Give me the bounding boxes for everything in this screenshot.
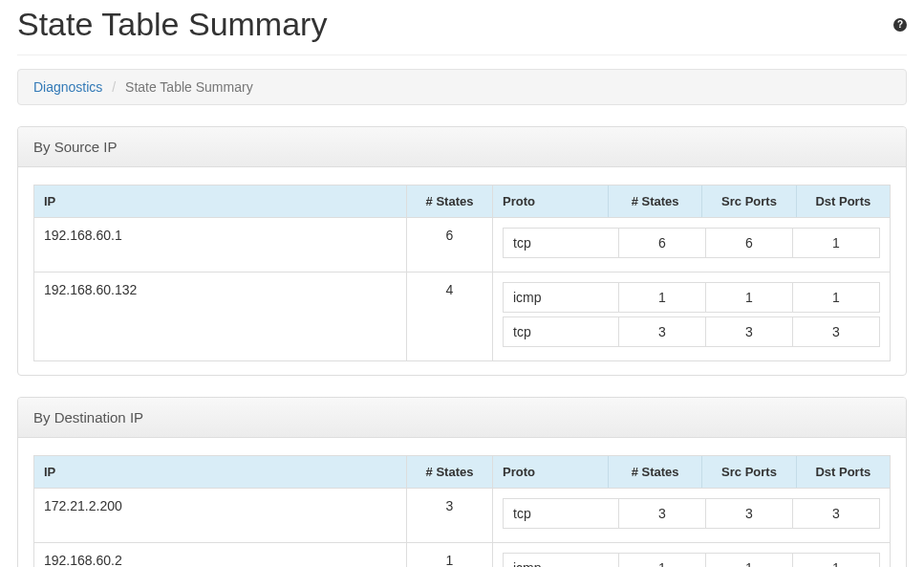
col-ip: IP [34, 185, 407, 218]
proto-dst-ports: 3 [792, 317, 879, 346]
table-row: 192.168.60.2 1 icmp 1 1 1 [34, 543, 891, 568]
cell-proto-group: tcp 6 6 1 [493, 218, 891, 273]
breadcrumb: Diagnostics / State Table Summary [17, 69, 907, 105]
proto-src-ports: 1 [705, 554, 792, 567]
panel-by-destination-ip: By Destination IP IP # States Proto # St… [17, 397, 907, 567]
breadcrumb-current: State Table Summary [125, 79, 253, 95]
proto-dst-ports: 1 [792, 283, 879, 312]
proto-name: icmp [504, 554, 618, 567]
cell-ip: 192.168.60.1 [34, 218, 407, 273]
col-dst-ports: Dst Ports [796, 185, 890, 217]
source-table: IP # States Proto # States Src Ports Dst… [33, 185, 891, 361]
proto-src-ports: 3 [705, 499, 792, 528]
page-header: State Table Summary ? [17, 0, 907, 55]
proto-name: icmp [504, 283, 618, 312]
cell-proto-group: icmp 1 1 1 [493, 543, 891, 568]
proto-states: 3 [618, 499, 705, 528]
proto-src-ports: 3 [705, 317, 792, 346]
proto-dst-ports: 1 [792, 554, 879, 567]
proto-name: tcp [504, 229, 618, 257]
cell-ip: 192.168.60.2 [34, 543, 407, 568]
proto-row: tcp 6 6 1 [503, 228, 880, 258]
col-states: # States [407, 185, 493, 218]
breadcrumb-root-link[interactable]: Diagnostics [33, 79, 102, 95]
proto-row: tcp 3 3 3 [503, 316, 880, 347]
proto-states: 3 [618, 317, 705, 346]
cell-ip: 192.168.60.132 [34, 273, 407, 361]
col-proto-states: # States [608, 456, 701, 488]
proto-states: 1 [618, 554, 705, 567]
proto-name: tcp [504, 499, 618, 528]
col-states: # States [407, 456, 493, 489]
cell-states: 6 [407, 218, 493, 273]
destination-table: IP # States Proto # States Src Ports Dst… [33, 455, 891, 567]
cell-proto-group: tcp 3 3 3 [493, 489, 891, 543]
table-header-row: IP # States Proto # States Src Ports Dst… [34, 456, 891, 489]
col-proto-states: # States [608, 185, 701, 217]
table-header-row: IP # States Proto # States Src Ports Dst… [34, 185, 891, 218]
help-icon[interactable]: ? [893, 18, 907, 32]
proto-dst-ports: 1 [792, 229, 879, 257]
proto-row: icmp 1 1 1 [503, 282, 880, 313]
page-title: State Table Summary [17, 6, 327, 43]
cell-ip: 172.21.2.200 [34, 489, 407, 543]
table-row: 192.168.60.132 4 icmp 1 1 1 tcp 3 3 [34, 273, 891, 361]
panel-heading: By Source IP [18, 127, 906, 167]
col-proto: Proto [493, 456, 608, 488]
proto-row: icmp 1 1 1 [503, 553, 880, 567]
panel-heading: By Destination IP [18, 398, 906, 438]
panel-body: IP # States Proto # States Src Ports Dst… [18, 167, 906, 375]
col-src-ports: Src Ports [701, 185, 795, 217]
panel-by-source-ip: By Source IP IP # States Proto # States … [17, 126, 907, 376]
proto-src-ports: 1 [705, 283, 792, 312]
proto-states: 1 [618, 283, 705, 312]
col-proto-group: Proto # States Src Ports Dst Ports [493, 456, 891, 489]
cell-states: 1 [407, 543, 493, 568]
col-dst-ports: Dst Ports [796, 456, 890, 488]
cell-states: 3 [407, 489, 493, 543]
proto-dst-ports: 3 [792, 499, 879, 528]
panel-body: IP # States Proto # States Src Ports Dst… [18, 438, 906, 567]
col-ip: IP [34, 456, 407, 489]
table-row: 192.168.60.1 6 tcp 6 6 1 [34, 218, 891, 273]
proto-src-ports: 6 [705, 229, 792, 257]
proto-states: 6 [618, 229, 705, 257]
table-row: 172.21.2.200 3 tcp 3 3 3 [34, 489, 891, 543]
proto-row: tcp 3 3 3 [503, 498, 880, 529]
col-src-ports: Src Ports [701, 456, 795, 488]
col-proto: Proto [493, 185, 608, 217]
proto-name: tcp [504, 317, 618, 346]
breadcrumb-separator: / [112, 79, 116, 95]
col-proto-group: Proto # States Src Ports Dst Ports [493, 185, 891, 218]
cell-proto-group: icmp 1 1 1 tcp 3 3 3 [493, 273, 891, 361]
cell-states: 4 [407, 273, 493, 361]
